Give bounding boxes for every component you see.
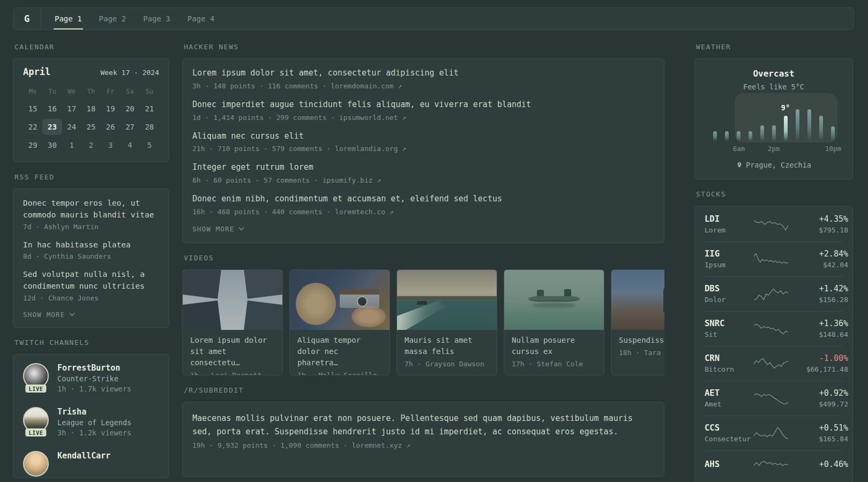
video-card[interactable]: Mauris sit amet massa felis 7h · Grayson… [396, 269, 497, 375]
stock-row[interactable]: SNRC Sit +1.36% $148.64 [705, 311, 843, 346]
stocks-widget: LDI Lorem +4.35% $795.18 IIG Ipsum +2.84… [694, 206, 853, 482]
twitch-channel-row[interactable]: LIVE ForrestBurton Counter-Strike 1h · 1… [23, 363, 159, 393]
rss-show-more-button[interactable]: SHOW MORE [23, 311, 159, 319]
video-card[interactable]: Suspendisse diam 18h · Tara [611, 269, 664, 375]
calendar-day[interactable]: 16 [42, 101, 62, 117]
calendar-month: April [23, 66, 50, 77]
calendar-day-next-month[interactable]: 3 [101, 137, 120, 153]
stock-ticker: IIG [705, 249, 754, 259]
tab-page-1[interactable]: Page 1 [54, 8, 83, 29]
stock-price: $156.28 [788, 296, 848, 304]
video-card[interactable]: Nullam posuere cursus ex 17h · Stefan Co… [504, 269, 604, 375]
tab-page-2[interactable]: Page 2 [98, 8, 128, 29]
rss-item[interactable]: In hac habitasse platea 8d · Cynthia Sau… [23, 239, 159, 261]
calendar-section: CALENDAR April Week 17 · 2024 Mo Tu We T… [13, 43, 169, 162]
video-card[interactable]: Lorem ipsum dolor sit amet consectetu… 1… [182, 269, 283, 375]
weather-bar [713, 131, 717, 141]
rss-item[interactable]: Sed volutpat nulla nisl, a condimentum n… [23, 269, 159, 302]
subreddit-section: /R/SUBREDDIT Maecenas mollis pulvinar er… [182, 386, 664, 477]
channel-avatar-image [23, 451, 49, 477]
twitch-channel-row[interactable]: KendallCarr [23, 451, 159, 477]
calendar-day-next-month[interactable]: 2 [81, 137, 101, 153]
calendar-day[interactable]: 25 [81, 119, 101, 135]
calendar-grid: Mo Tu We Th Fr Sa Su 15 16 17 18 19 20 2… [23, 85, 159, 153]
canoe-shape [528, 296, 580, 302]
weather-bar [819, 116, 823, 141]
hand-shape [351, 306, 385, 327]
hn-item[interactable]: Aliquam nec cursus elit 21h · 710 points… [192, 131, 654, 153]
calendar-day[interactable]: 18 [81, 101, 101, 117]
rss-item[interactable]: Donec tempor eros leo, ut commodo mauris… [23, 198, 159, 231]
calendar-day-selected[interactable]: 23 [42, 119, 62, 135]
calendar-day[interactable]: 29 [23, 137, 42, 153]
hn-item[interactable]: Integer eget rutrum lorem 6h · 60 points… [192, 162, 654, 184]
reddit-post-title[interactable]: Maecenas mollis pulvinar erat non posuer… [192, 412, 654, 439]
calendar-day[interactable]: 24 [62, 119, 81, 135]
twitch-widget: LIVE ForrestBurton Counter-Strike 1h · 1… [13, 354, 169, 478]
calendar-day-next-month[interactable]: 5 [140, 137, 159, 153]
tab-page-3[interactable]: Page 3 [142, 8, 171, 29]
calendar-day[interactable]: 21 [140, 101, 159, 117]
video-card[interactable]: Aliquam tempor dolor nec pharetra… 1h · … [289, 269, 390, 375]
videos-section: VIDEOS Lorem ipsum dolor sit amet consec… [182, 254, 664, 375]
stock-row[interactable]: CRN Bitcorn -1.00% $66,171.48 [705, 346, 843, 381]
boat-wake-shape [397, 301, 446, 330]
calendar-day[interactable]: 30 [42, 137, 62, 153]
stock-row[interactable]: AET Amet +0.92% $499.72 [705, 381, 843, 416]
current-temperature-label: 9° [781, 103, 790, 112]
video-title: Aliquam tempor dolor nec pharetra… [290, 330, 390, 368]
weekday-label: We [62, 85, 81, 99]
sparkline-chart [754, 391, 788, 406]
hn-item-title: Donec imperdiet augue tincidunt felis al… [192, 99, 654, 111]
calendar-day[interactable]: 22 [23, 119, 42, 135]
video-thumbnail[interactable] [183, 270, 282, 330]
video-thumbnail[interactable] [611, 270, 664, 330]
weather-bar [725, 131, 729, 141]
calendar-day[interactable]: 26 [101, 119, 120, 135]
reflection-shape [532, 303, 576, 308]
hn-item-meta: 1d · 1,414 points · 299 comments · ipsum… [192, 114, 654, 122]
fleece-shape [296, 283, 335, 325]
weekday-label: Fr [101, 85, 120, 99]
app-logo[interactable]: G [13, 8, 41, 29]
calendar-day[interactable]: 28 [140, 119, 159, 135]
stock-price: $795.18 [788, 226, 848, 234]
stock-row[interactable]: DBS Dolor +1.42% $156.28 [705, 276, 843, 311]
channel-meta: 1h · 1.7k viewers [57, 385, 131, 393]
stock-row[interactable]: CCS Consectetur +0.51% $165.84 [705, 416, 843, 450]
weather-section: WEATHER Overcast Feels like 5°C 9° 6am 2… [694, 43, 853, 179]
stock-change: +1.42% [788, 284, 848, 293]
twitch-channel-row[interactable]: LIVE Trisha League of Legends 3h · 1.2k … [23, 407, 159, 437]
hn-item[interactable]: Donec enim nibh, condimentum et accumsan… [192, 193, 654, 216]
stock-price: $499.72 [788, 400, 848, 408]
weather-location[interactable]: Prague, Czechia [704, 161, 844, 169]
channel-game: League of Legends [57, 418, 131, 427]
video-thumbnail[interactable] [290, 270, 390, 330]
video-thumbnail[interactable] [504, 270, 604, 330]
tab-page-4[interactable]: Page 4 [186, 8, 216, 29]
calendar-day[interactable]: 15 [23, 101, 42, 117]
video-meta: 1h · Molly Carrillo [290, 368, 390, 375]
stock-row[interactable]: LDI Lorem +4.35% $795.18 [705, 207, 843, 242]
video-thumbnail[interactable] [397, 270, 497, 330]
calendar-day-next-month[interactable]: 4 [120, 137, 139, 153]
hn-show-more-button[interactable]: SHOW MORE [192, 225, 654, 233]
video-meta: 18h · Tara [611, 346, 664, 357]
weather-bars: 9° [704, 100, 844, 141]
calendar-day[interactable]: 19 [101, 101, 120, 117]
stock-row[interactable]: IIG Ipsum +2.84% $42.04 [705, 242, 843, 276]
video-meta: 17h · Stefan Cole [504, 357, 604, 368]
calendar-day-next-month[interactable]: 1 [62, 137, 81, 153]
live-badge: LIVE [25, 385, 46, 393]
hn-item-title: Lorem ipsum dolor sit amet, consectetur … [192, 67, 654, 79]
stock-ticker: CCS [705, 423, 754, 433]
hn-item[interactable]: Donec imperdiet augue tincidunt felis al… [192, 99, 654, 122]
stock-change: +0.46% [788, 460, 848, 469]
subreddit-section-title: /R/SUBREDDIT [184, 386, 664, 394]
calendar-day[interactable]: 17 [62, 101, 81, 117]
stock-row[interactable]: AHS +0.46% [705, 450, 843, 480]
calendar-day[interactable]: 27 [120, 119, 139, 135]
calendar-day[interactable]: 20 [120, 101, 139, 117]
hn-item[interactable]: Lorem ipsum dolor sit amet, consectetur … [192, 67, 654, 90]
weather-bar [749, 131, 752, 141]
